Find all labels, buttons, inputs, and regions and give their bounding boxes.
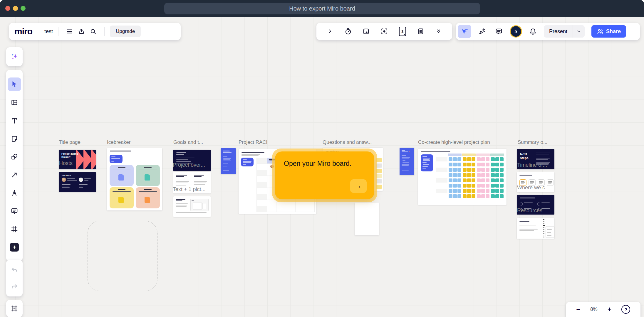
icebreaker-quadrant-green xyxy=(136,165,160,186)
present-options-caret[interactable] xyxy=(573,29,585,34)
more-facilitation-tools-button[interactable] xyxy=(433,26,445,37)
slide-roles-responsibilities[interactable] xyxy=(221,148,236,174)
overlay-label-timeline[interactable]: Timeline of... xyxy=(517,162,547,168)
pen-tool-button[interactable] xyxy=(8,186,21,199)
sticky-note-tool-button[interactable] xyxy=(8,132,21,145)
zoom-in-button[interactable]: + xyxy=(608,306,611,313)
sticky-cell xyxy=(500,178,504,182)
frames-panel-button[interactable] xyxy=(8,302,21,315)
user-avatar[interactable]: S xyxy=(510,25,522,38)
slide-title-text: Project name Kickoff xyxy=(61,152,82,159)
overlay-label-project-overview[interactable]: Project over... xyxy=(173,162,205,168)
sticky-cell xyxy=(495,157,499,161)
sticky-cell xyxy=(463,194,467,198)
search-button[interactable] xyxy=(87,26,99,37)
private-notes-button[interactable] xyxy=(415,26,427,37)
notifications-button[interactable] xyxy=(527,26,539,37)
blank-slide[interactable] xyxy=(355,203,379,235)
frame-label-title-page[interactable]: Title page xyxy=(59,139,80,145)
slide-your-hosts[interactable]: Your hosts xyxy=(59,172,96,192)
people-icon xyxy=(597,28,604,35)
sticky-cell xyxy=(486,157,489,161)
sticky-cell xyxy=(453,157,457,161)
templates-tool-button[interactable] xyxy=(8,96,21,109)
icebreaker-instruction-card xyxy=(110,155,123,163)
undo-button[interactable] xyxy=(8,263,21,276)
board-name[interactable]: test xyxy=(44,28,53,35)
add-more-tools-button[interactable]: + xyxy=(8,241,21,254)
fullscreen-window-button[interactable] xyxy=(21,6,26,11)
shapes-tool-button[interactable] xyxy=(8,150,21,163)
slide-key-activities[interactable] xyxy=(400,148,414,175)
main-menu-button[interactable] xyxy=(64,26,76,37)
sticky-cell xyxy=(453,178,457,182)
sticky-cell xyxy=(453,173,457,177)
slide-supporting-content[interactable] xyxy=(173,196,211,217)
empty-frame-outline[interactable] xyxy=(88,221,157,291)
slide-icebreaker[interactable] xyxy=(107,148,162,210)
frame-tool-button[interactable] xyxy=(8,223,21,236)
comment-tool-button[interactable] xyxy=(8,205,21,217)
sticky-cell xyxy=(500,168,504,172)
present-button[interactable]: Present xyxy=(544,25,585,38)
upgrade-button[interactable]: Upgrade xyxy=(110,26,141,37)
slide-cocreate-plan[interactable] xyxy=(418,149,507,205)
present-label: Present xyxy=(544,28,573,35)
share-button[interactable]: Share xyxy=(591,25,626,38)
frame-label-goals[interactable]: Goals and t... xyxy=(173,139,203,145)
sticky-cell xyxy=(457,178,461,182)
ai-assist-button[interactable] xyxy=(8,50,21,63)
frame-label-project-raci[interactable]: Project RACI xyxy=(239,139,267,145)
upgrade-label: Upgrade xyxy=(116,28,135,34)
sticky-cell xyxy=(463,189,467,193)
text-tool-button[interactable] xyxy=(8,114,21,127)
cocreate-row xyxy=(436,183,504,188)
sticky-cell xyxy=(472,157,475,161)
estimation-button[interactable]: 3 xyxy=(397,26,408,37)
overlay-label-hosts[interactable]: Hosts xyxy=(59,160,73,166)
frame-label-summary[interactable]: Summary o... xyxy=(518,139,547,145)
frame-label-icebreaker[interactable]: Icebreaker xyxy=(107,139,130,145)
select-tool-button[interactable] xyxy=(8,77,21,91)
sticky-cell xyxy=(477,178,481,182)
sticky-cell xyxy=(449,163,452,166)
slide-resources[interactable] xyxy=(517,218,554,239)
redo-button[interactable] xyxy=(8,280,21,293)
frame-label-questions[interactable]: Questions and answ... xyxy=(323,139,372,145)
attention-manager-button[interactable] xyxy=(360,26,372,37)
cocreate-row xyxy=(436,194,504,198)
sticky-cell xyxy=(472,173,475,177)
spotlight-button[interactable] xyxy=(378,26,390,37)
export-board-button[interactable] xyxy=(76,26,87,37)
sticky-cell xyxy=(463,163,467,166)
follow-mode-button[interactable] xyxy=(458,25,471,38)
overlay-label-where-we[interactable]: Where we c... xyxy=(517,185,549,191)
miro-logo[interactable]: miro xyxy=(14,26,32,36)
timer-button[interactable] xyxy=(342,26,354,37)
ai-sparkles-icon xyxy=(10,52,19,61)
callout-card[interactable]: Open your Miro board. → xyxy=(275,151,374,199)
reactions-button[interactable] xyxy=(476,26,488,37)
callout-next-button[interactable]: → xyxy=(350,179,367,193)
board-canvas[interactable]: Title page Icebreaker Goals and t... Pro… xyxy=(0,17,644,317)
sticky-cell xyxy=(463,178,467,182)
sticky-cell xyxy=(491,178,495,182)
zoom-out-button[interactable]: − xyxy=(576,306,580,313)
sticky-cell xyxy=(491,194,495,198)
overlay-label-text-picture[interactable]: Text + 1 pict... xyxy=(173,186,206,193)
minimize-window-button[interactable] xyxy=(13,6,18,11)
frame-label-cocreate[interactable]: Co-create high-level project plan xyxy=(418,139,490,145)
cocreate-sticky-table xyxy=(436,154,504,201)
help-button[interactable]: ? xyxy=(621,305,630,314)
comments-button[interactable] xyxy=(493,26,505,37)
overlay-label-resources[interactable]: Resources xyxy=(517,208,542,214)
collapse-toolbar-button[interactable] xyxy=(324,26,336,37)
connector-tool-button[interactable] xyxy=(8,168,21,181)
collaboration-toolbar: S Present Share xyxy=(456,23,640,40)
hamburger-icon xyxy=(66,28,73,35)
sticky-cell xyxy=(491,168,495,172)
zoom-level[interactable]: 8% xyxy=(590,306,598,312)
cocreate-row xyxy=(436,162,504,167)
close-window-button[interactable] xyxy=(5,6,10,11)
cocreate-row xyxy=(436,189,504,193)
